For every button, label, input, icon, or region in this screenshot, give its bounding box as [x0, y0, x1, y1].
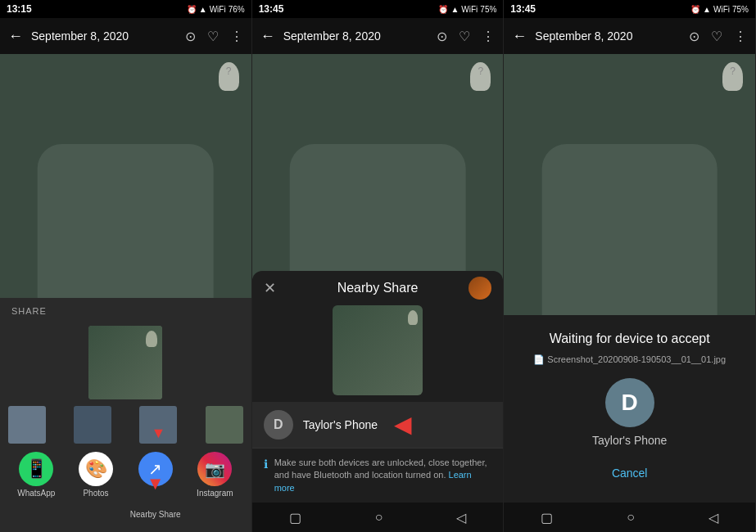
nearby-info-row: ℹ Make sure both devices are unlocked, c… [252, 448, 504, 503]
recent-thumbs-row: ▼ [0, 406, 251, 450]
alarm-icon-3: ⏰ [690, 5, 700, 14]
nearby-share-modal: ✕ Nearby Share D Taylor's Phone ◀ ℹ Make… [252, 271, 504, 503]
user-avatar-top [469, 277, 491, 300]
battery-icon: 76% [229, 5, 245, 14]
file-icon: 📄 [533, 354, 545, 364]
crop-icon-3[interactable]: ⊙ [689, 29, 699, 44]
nearby-share-header: ✕ Nearby Share [252, 271, 504, 299]
more-icon-3[interactable]: ⋮ [734, 29, 747, 44]
nearby-share-title: Nearby Share [337, 281, 419, 295]
thumb-row-1 [0, 322, 251, 406]
waiting-device-name: Taylor's Phone [592, 434, 667, 447]
nearby-share-item-1[interactable]: ↗ ▼ Nearby Share [127, 452, 183, 519]
recent-thumb-4[interactable] [206, 406, 243, 444]
crop-icon-2[interactable]: ⊙ [437, 29, 447, 44]
signal-icon-3: ▲ [703, 5, 711, 14]
signal-icon: ▲ [199, 5, 207, 14]
status-icons-3: ⏰ ▲ WiFi 75% [690, 5, 749, 14]
main-thumbnail-1 [88, 326, 162, 399]
share-sheet-1: SHARE ▼ 📱 WhatsApp [0, 298, 251, 532]
device-name-label: Taylor's Phone [303, 418, 378, 431]
top-icons-1: ⊙ ♡ ⋮ [185, 29, 243, 44]
whatsapp-share-item[interactable]: 📱 WhatsApp [8, 452, 65, 519]
waiting-overlay: Waiting for device to accept 📄 Screensho… [504, 315, 755, 503]
crop-icon-1[interactable]: ⊙ [185, 29, 196, 44]
photos-label: Photos [83, 489, 108, 498]
device-found-row[interactable]: D Taylor's Phone ◀ [252, 402, 504, 448]
signal-icon-2: ▲ [450, 5, 459, 14]
whatsapp-label: WhatsApp [17, 489, 55, 498]
instagram-label: Instagram [197, 489, 233, 498]
status-icons-1: ⏰ ▲ WiFi 76% [187, 5, 245, 14]
status-bar-3: 13:45 ⏰ ▲ WiFi 75% [504, 0, 755, 18]
status-time-1: 13:15 [7, 3, 32, 15]
favorite-icon-1[interactable]: ♡ [207, 29, 219, 44]
favorite-icon-3[interactable]: ♡ [711, 29, 722, 44]
wifi-icon: WiFi [210, 5, 226, 14]
status-time-2: 13:45 [259, 3, 284, 15]
waiting-filename: 📄 Screenshot_20200908-190503__01__01.jpg [517, 354, 742, 365]
waiting-device-avatar: D [605, 378, 654, 427]
phone-screen-3: 13:45 ⏰ ▲ WiFi 75% ← September 8, 2020 ⊙… [504, 0, 756, 532]
instagram-icon: 📷 [197, 452, 232, 486]
nav-bar-3: ▢ ○ ◁ [504, 503, 755, 532]
cancel-button[interactable]: Cancel [517, 460, 742, 486]
instagram-share-item[interactable]: 📷 Instagram [187, 452, 243, 519]
nav-bar-2: ▢ ○ ◁ [252, 503, 504, 532]
status-time-3: 13:45 [510, 3, 536, 15]
top-bar-3: ← September 8, 2020 ⊙ ♡ ⋮ [504, 18, 755, 54]
top-icons-3: ⊙ ♡ ⋮ [689, 29, 747, 44]
device-initial: D [274, 417, 283, 432]
app-icons-row-1: 📱 WhatsApp 🎨 Photos ↗ ▼ Nearby Share 📷 [0, 450, 251, 524]
back-nav-button-2[interactable]: ◁ [456, 510, 466, 525]
recent-thumb-1[interactable] [8, 406, 46, 444]
nearby-share-label: Nearby Share [130, 510, 181, 519]
ghost-decoration-1 [219, 62, 239, 91]
recents-button-2[interactable]: ▢ [289, 510, 301, 525]
date-label-1: September 8, 2020 [31, 29, 177, 43]
photos-icon: 🎨 [79, 452, 113, 486]
info-icon: ℹ [264, 458, 268, 471]
ghost-decoration-2 [470, 62, 491, 91]
ghost-decoration-3 [722, 62, 743, 91]
battery-icon-3: 75% [732, 5, 749, 14]
nearby-close-button[interactable]: ✕ [264, 279, 276, 297]
more-icon-1[interactable]: ⋮ [230, 29, 243, 44]
date-label-2: September 8, 2020 [283, 29, 429, 43]
nearby-thumbnail [333, 305, 423, 395]
red-arrow-indicator: ◀ [394, 411, 412, 438]
status-bar-2: 13:45 ⏰ ▲ WiFi 75% [252, 0, 504, 18]
date-label-3: September 8, 2020 [535, 29, 681, 43]
recents-button-3[interactable]: ▢ [541, 510, 553, 525]
battery-icon-2: 75% [480, 5, 496, 14]
wifi-icon-2: WiFi [461, 5, 478, 14]
whatsapp-icon: 📱 [19, 452, 53, 486]
waiting-title: Waiting for device to accept [517, 331, 742, 346]
recent-thumb-3[interactable]: ▼ [139, 406, 177, 444]
back-nav-button-3[interactable]: ◁ [708, 510, 718, 525]
top-icons-2: ⊙ ♡ ⋮ [437, 29, 495, 44]
top-bar-2: ← September 8, 2020 ⊙ ♡ ⋮ [252, 18, 504, 54]
back-button-3[interactable]: ← [512, 28, 527, 45]
alarm-icon-2: ⏰ [438, 5, 448, 14]
waiting-device-area: D Taylor's Phone [517, 378, 742, 447]
status-icons-2: ⏰ ▲ WiFi 75% [438, 5, 496, 14]
nearby-thumb-area [252, 299, 504, 402]
home-button-2[interactable]: ○ [375, 510, 383, 525]
back-button-2[interactable]: ← [260, 28, 275, 45]
favorite-icon-2[interactable]: ♡ [459, 29, 470, 44]
recent-thumb-2[interactable] [74, 406, 111, 444]
wifi-icon-3: WiFi [713, 5, 730, 14]
more-icon-2[interactable]: ⋮ [482, 29, 495, 44]
phone-screen-1: 13:15 ⏰ ▲ WiFi 76% ← September 8, 2020 ⊙… [0, 0, 252, 532]
nearby-info-text: Make sure both devices are unlocked, clo… [274, 457, 492, 494]
phone-screen-2: 13:45 ⏰ ▲ WiFi 75% ← September 8, 2020 ⊙… [252, 0, 505, 532]
share-label: SHARE [0, 298, 251, 322]
status-bar-1: 13:15 ⏰ ▲ WiFi 76% [0, 0, 251, 18]
waiting-device-initial: D [622, 390, 638, 416]
back-button-1[interactable]: ← [8, 28, 23, 45]
top-bar-1: ← September 8, 2020 ⊙ ♡ ⋮ [0, 18, 251, 54]
home-button-3[interactable]: ○ [627, 510, 635, 525]
photos-share-item[interactable]: 🎨 Photos [68, 452, 124, 519]
alarm-icon: ⏰ [187, 5, 197, 14]
